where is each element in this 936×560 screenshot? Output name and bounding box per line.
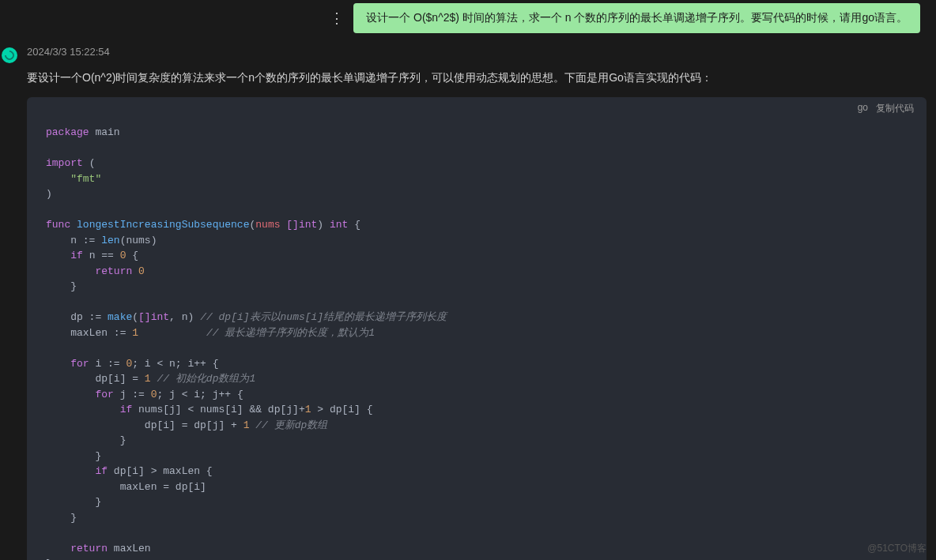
code-content: package main import ( "fmt" ) func longe… bbox=[27, 120, 927, 560]
assistant-description: 要设计一个O(n^2)时间复杂度的算法来求一个n个数的序列的最长单调递增子序列，… bbox=[27, 69, 927, 86]
user-message: 设计一个 O($n^2$) 时间的算法，求一个 n 个数的序列的最长单调递增子序… bbox=[353, 3, 920, 33]
watermark: @51CTO博客 bbox=[867, 542, 927, 555]
avatar bbox=[2, 47, 17, 63]
code-lang-label: go bbox=[858, 102, 868, 115]
code-block: go 复制代码 package main import ( "fmt" ) fu… bbox=[27, 97, 927, 560]
assistant-message: 2024/3/3 15:22:54 要设计一个O(n^2)时间复杂度的算法来求一… bbox=[0, 39, 936, 560]
timestamp: 2024/3/3 15:22:54 bbox=[27, 46, 927, 58]
copy-code-button[interactable]: 复制代码 bbox=[876, 102, 914, 115]
more-icon[interactable]: ⋮ bbox=[330, 9, 344, 27]
